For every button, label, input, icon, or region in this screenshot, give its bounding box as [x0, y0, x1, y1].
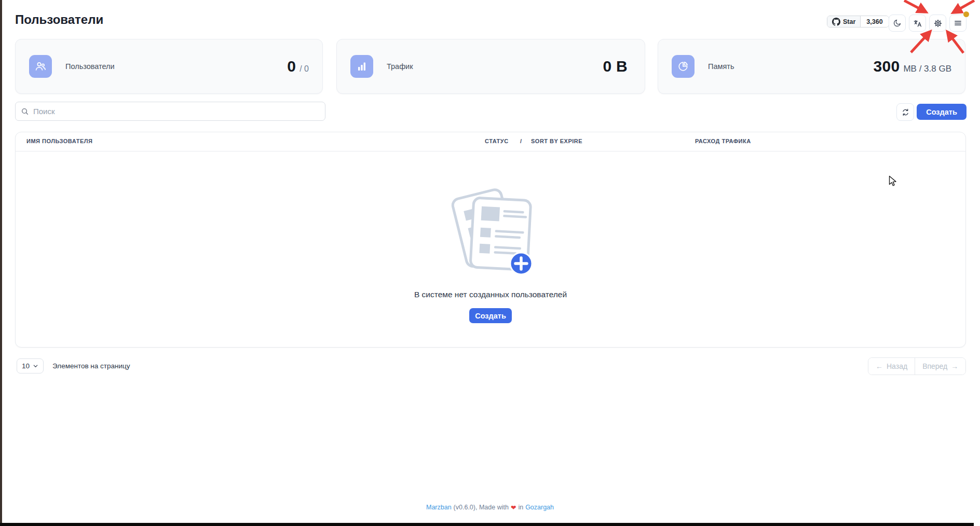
column-traffic-usage[interactable]: РАСХОД ТРАФИКА [695, 138, 751, 144]
gozargah-link[interactable]: Gozargah [525, 504, 554, 511]
column-sort-by-expire[interactable]: SORT BY EXPIRE [531, 138, 582, 144]
stat-card-traffic: Трафик 0 B [336, 39, 645, 94]
page-title: Пользователи [15, 12, 103, 27]
search-box[interactable] [15, 102, 325, 121]
dark-mode-button[interactable] [889, 15, 906, 32]
stat-label-users: Пользователи [65, 62, 115, 71]
refresh-icon [901, 108, 910, 117]
search-icon [21, 107, 29, 116]
empty-state-message: В системе нет созданных пользователей [16, 290, 965, 299]
github-icon [832, 18, 840, 26]
translate-icon [913, 19, 922, 28]
per-page-label: Элементов на страницу [52, 362, 130, 370]
footer: Marzban (v0.6.0), Made with ❤ in Gozarga… [0, 504, 980, 511]
refresh-button[interactable] [896, 103, 914, 121]
github-star-label: Star [843, 18, 855, 25]
plus-icon [510, 253, 532, 274]
stat-label-memory: Память [708, 62, 734, 71]
create-button[interactable]: Создать [917, 104, 967, 120]
column-divider: / [520, 138, 522, 144]
pager: ← Назад Вперед → [868, 357, 966, 375]
table-header-row: ИМЯ ПОЛЬЗОВАТЕЛЯ СТАТУС / SORT BY EXPIRE… [16, 132, 965, 151]
chevron-down-icon [33, 363, 38, 369]
notification-dot [963, 11, 969, 17]
desktop-edge-strip [0, 0, 2, 526]
right-arrow-icon: → [951, 362, 958, 370]
left-arrow-icon: ← [876, 362, 883, 370]
users-icon [29, 55, 52, 78]
column-status[interactable]: СТАТУС [485, 138, 509, 144]
prev-page-button[interactable]: ← Назад [868, 358, 915, 375]
column-username[interactable]: ИМЯ ПОЛЬЗОВАТЕЛЯ [26, 138, 92, 144]
page-size-select[interactable]: 10 [17, 358, 44, 373]
bar-chart-icon [350, 55, 373, 78]
gear-icon [933, 19, 943, 28]
pie-chart-icon [672, 55, 695, 78]
search-input[interactable] [33, 107, 320, 116]
stat-card-memory: Память 300 MB / 3.8 GB [658, 39, 965, 94]
heart-icon: ❤ [511, 504, 516, 511]
moon-icon [893, 19, 902, 27]
stat-value-traffic: 0 B [603, 58, 631, 75]
empty-state-illustration [445, 181, 536, 280]
next-page-button[interactable]: Вперед → [915, 358, 965, 375]
hamburger-icon [954, 19, 962, 27]
empty-state-create-button[interactable]: Создать [469, 308, 512, 323]
stat-label-traffic: Трафик [387, 62, 413, 71]
page-size-value: 10 [22, 362, 30, 370]
marzban-link[interactable]: Marzban [426, 504, 452, 511]
github-star-button[interactable]: Star [827, 16, 861, 27]
github-star-widget[interactable]: Star 3,360 [827, 16, 889, 27]
menu-button[interactable] [949, 15, 967, 32]
github-star-count[interactable]: 3,360 [861, 16, 888, 27]
stat-card-users: Пользователи 0 / 0 [15, 39, 323, 94]
language-button[interactable] [909, 15, 926, 32]
window-bottom-edge [0, 523, 974, 526]
stat-value-users: 0 / 0 [287, 58, 309, 75]
users-table: ИМЯ ПОЛЬЗОВАТЕЛЯ СТАТУС / SORT BY EXPIRE… [15, 132, 966, 348]
stat-value-memory: 300 MB / 3.8 GB [873, 58, 951, 75]
settings-button[interactable] [929, 15, 946, 32]
